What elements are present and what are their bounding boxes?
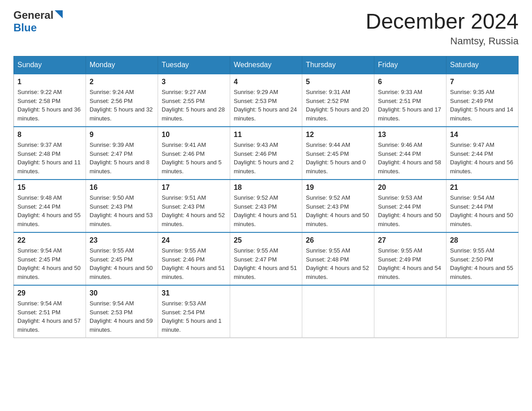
col-header-friday: Friday <box>374 56 446 74</box>
day-info: Sunrise: 9:55 AM Sunset: 2:47 PM Dayligh… <box>234 246 298 281</box>
day-info: Sunrise: 9:39 AM Sunset: 2:47 PM Dayligh… <box>90 141 154 176</box>
day-number: 28 <box>450 236 515 244</box>
day-number: 14 <box>450 131 515 139</box>
day-info: Sunrise: 9:55 AM Sunset: 2:49 PM Dayligh… <box>378 246 442 281</box>
day-number: 4 <box>234 78 298 86</box>
day-number: 9 <box>90 131 154 139</box>
calendar-cell: 1 Sunrise: 9:22 AM Sunset: 2:58 PM Dayli… <box>14 74 86 127</box>
calendar-cell: 20 Sunrise: 9:53 AM Sunset: 2:44 PM Dayl… <box>374 180 446 232</box>
day-number: 13 <box>378 131 442 139</box>
calendar-table: SundayMondayTuesdayWednesdayThursdayFrid… <box>13 56 519 338</box>
calendar-cell: 29 Sunrise: 9:54 AM Sunset: 2:51 PM Dayl… <box>14 285 86 338</box>
day-number: 7 <box>450 78 515 86</box>
day-number: 2 <box>90 78 154 86</box>
day-number: 11 <box>234 131 298 139</box>
day-number: 15 <box>17 184 82 192</box>
day-number: 10 <box>162 131 226 139</box>
day-number: 1 <box>17 78 82 86</box>
calendar-cell: 26 Sunrise: 9:55 AM Sunset: 2:48 PM Dayl… <box>302 232 374 285</box>
calendar-cell: 11 Sunrise: 9:43 AM Sunset: 2:46 PM Dayl… <box>230 127 302 180</box>
calendar-cell: 31 Sunrise: 9:53 AM Sunset: 2:54 PM Dayl… <box>158 285 230 338</box>
day-number: 27 <box>378 236 442 244</box>
col-header-wednesday: Wednesday <box>230 56 302 74</box>
calendar-cell: 9 Sunrise: 9:39 AM Sunset: 2:47 PM Dayli… <box>86 127 158 180</box>
logo-arrow-icon <box>55 10 63 20</box>
calendar-cell: 16 Sunrise: 9:50 AM Sunset: 2:43 PM Dayl… <box>86 180 158 232</box>
day-info: Sunrise: 9:43 AM Sunset: 2:46 PM Dayligh… <box>234 141 298 176</box>
calendar-week-row: 22 Sunrise: 9:54 AM Sunset: 2:45 PM Dayl… <box>14 232 519 285</box>
calendar-week-row: 1 Sunrise: 9:22 AM Sunset: 2:58 PM Dayli… <box>14 74 519 127</box>
day-number: 8 <box>17 131 82 139</box>
day-info: Sunrise: 9:54 AM Sunset: 2:51 PM Dayligh… <box>17 299 82 334</box>
day-info: Sunrise: 9:54 AM Sunset: 2:45 PM Dayligh… <box>17 246 82 281</box>
calendar-cell: 7 Sunrise: 9:35 AM Sunset: 2:49 PM Dayli… <box>446 74 519 127</box>
col-header-tuesday: Tuesday <box>158 56 230 74</box>
day-info: Sunrise: 9:55 AM Sunset: 2:50 PM Dayligh… <box>450 246 515 281</box>
calendar-cell <box>230 285 302 338</box>
day-info: Sunrise: 9:46 AM Sunset: 2:44 PM Dayligh… <box>378 141 442 176</box>
calendar-cell: 28 Sunrise: 9:55 AM Sunset: 2:50 PM Dayl… <box>446 232 519 285</box>
calendar-cell: 25 Sunrise: 9:55 AM Sunset: 2:47 PM Dayl… <box>230 232 302 285</box>
day-info: Sunrise: 9:55 AM Sunset: 2:46 PM Dayligh… <box>162 246 226 281</box>
calendar-cell: 14 Sunrise: 9:47 AM Sunset: 2:44 PM Dayl… <box>446 127 519 180</box>
logo-general-text: General <box>13 9 53 21</box>
title-block: December 2024 Namtsy, Russia <box>365 9 519 47</box>
day-info: Sunrise: 9:33 AM Sunset: 2:51 PM Dayligh… <box>378 88 442 123</box>
day-info: Sunrise: 9:53 AM Sunset: 2:44 PM Dayligh… <box>378 193 442 228</box>
day-info: Sunrise: 9:24 AM Sunset: 2:56 PM Dayligh… <box>90 88 154 123</box>
day-number: 3 <box>162 78 226 86</box>
calendar-header-row: SundayMondayTuesdayWednesdayThursdayFrid… <box>14 56 519 74</box>
calendar-week-row: 29 Sunrise: 9:54 AM Sunset: 2:51 PM Dayl… <box>14 285 519 338</box>
calendar-cell <box>374 285 446 338</box>
calendar-cell: 18 Sunrise: 9:52 AM Sunset: 2:43 PM Dayl… <box>230 180 302 232</box>
day-number: 23 <box>90 236 154 244</box>
calendar-cell: 13 Sunrise: 9:46 AM Sunset: 2:44 PM Dayl… <box>374 127 446 180</box>
day-info: Sunrise: 9:54 AM Sunset: 2:53 PM Dayligh… <box>90 299 154 334</box>
col-header-thursday: Thursday <box>302 56 374 74</box>
day-number: 26 <box>306 236 370 244</box>
logo: General Blue <box>13 9 63 34</box>
day-number: 18 <box>234 184 298 192</box>
calendar-week-row: 8 Sunrise: 9:37 AM Sunset: 2:48 PM Dayli… <box>14 127 519 180</box>
calendar-cell: 5 Sunrise: 9:31 AM Sunset: 2:52 PM Dayli… <box>302 74 374 127</box>
day-info: Sunrise: 9:52 AM Sunset: 2:43 PM Dayligh… <box>306 193 370 228</box>
calendar-cell: 30 Sunrise: 9:54 AM Sunset: 2:53 PM Dayl… <box>86 285 158 338</box>
day-info: Sunrise: 9:27 AM Sunset: 2:55 PM Dayligh… <box>162 88 226 123</box>
calendar-week-row: 15 Sunrise: 9:48 AM Sunset: 2:44 PM Dayl… <box>14 180 519 232</box>
day-number: 21 <box>450 184 515 192</box>
day-info: Sunrise: 9:35 AM Sunset: 2:49 PM Dayligh… <box>450 88 515 123</box>
day-number: 17 <box>162 184 226 192</box>
day-number: 19 <box>306 184 370 192</box>
day-number: 29 <box>17 289 82 297</box>
calendar-cell: 12 Sunrise: 9:44 AM Sunset: 2:45 PM Dayl… <box>302 127 374 180</box>
day-info: Sunrise: 9:31 AM Sunset: 2:52 PM Dayligh… <box>306 88 370 123</box>
day-info: Sunrise: 9:41 AM Sunset: 2:46 PM Dayligh… <box>162 141 226 176</box>
calendar-title: December 2024 <box>365 9 519 34</box>
calendar-cell: 27 Sunrise: 9:55 AM Sunset: 2:49 PM Dayl… <box>374 232 446 285</box>
day-info: Sunrise: 9:50 AM Sunset: 2:43 PM Dayligh… <box>90 193 154 228</box>
day-number: 12 <box>306 131 370 139</box>
day-number: 22 <box>17 236 82 244</box>
day-info: Sunrise: 9:44 AM Sunset: 2:45 PM Dayligh… <box>306 141 370 176</box>
calendar-cell: 6 Sunrise: 9:33 AM Sunset: 2:51 PM Dayli… <box>374 74 446 127</box>
day-number: 16 <box>90 184 154 192</box>
day-number: 20 <box>378 184 442 192</box>
col-header-sunday: Sunday <box>14 56 86 74</box>
day-number: 6 <box>378 78 442 86</box>
logo-blue-text: Blue <box>13 21 37 34</box>
day-number: 25 <box>234 236 298 244</box>
calendar-cell: 17 Sunrise: 9:51 AM Sunset: 2:43 PM Dayl… <box>158 180 230 232</box>
day-info: Sunrise: 9:55 AM Sunset: 2:45 PM Dayligh… <box>90 246 154 281</box>
calendar-cell: 3 Sunrise: 9:27 AM Sunset: 2:55 PM Dayli… <box>158 74 230 127</box>
calendar-subtitle: Namtsy, Russia <box>365 35 519 47</box>
calendar-cell <box>302 285 374 338</box>
day-number: 30 <box>90 289 154 297</box>
day-info: Sunrise: 9:22 AM Sunset: 2:58 PM Dayligh… <box>17 88 82 123</box>
calendar-cell: 10 Sunrise: 9:41 AM Sunset: 2:46 PM Dayl… <box>158 127 230 180</box>
day-info: Sunrise: 9:29 AM Sunset: 2:53 PM Dayligh… <box>234 88 298 123</box>
calendar-cell: 2 Sunrise: 9:24 AM Sunset: 2:56 PM Dayli… <box>86 74 158 127</box>
day-info: Sunrise: 9:51 AM Sunset: 2:43 PM Dayligh… <box>162 193 226 228</box>
calendar-cell: 24 Sunrise: 9:55 AM Sunset: 2:46 PM Dayl… <box>158 232 230 285</box>
day-info: Sunrise: 9:52 AM Sunset: 2:43 PM Dayligh… <box>234 193 298 228</box>
day-info: Sunrise: 9:47 AM Sunset: 2:44 PM Dayligh… <box>450 141 515 176</box>
